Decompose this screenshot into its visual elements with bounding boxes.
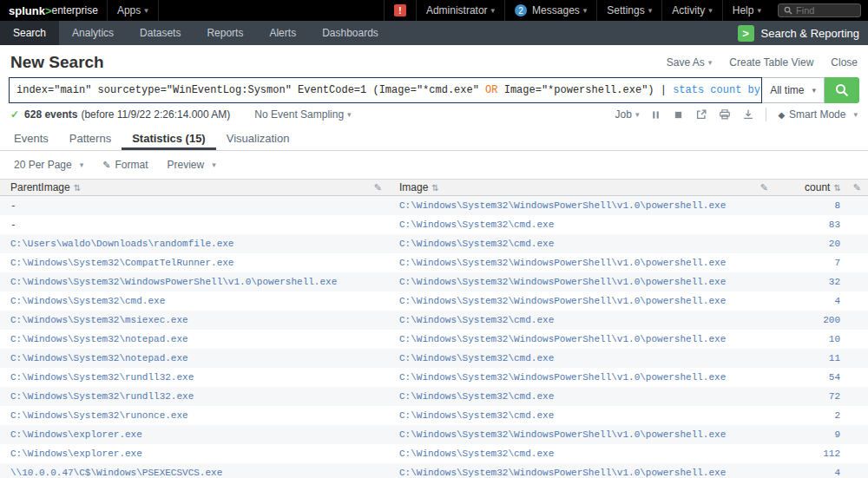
messages-menu[interactable]: 2 Messages ▾ xyxy=(504,0,596,21)
job-menu[interactable]: Job ▾ xyxy=(615,108,640,121)
cell-value-link[interactable]: C:\Users\waldo\Downloads\randomfile.exe xyxy=(10,239,233,249)
table-body: -C:\Windows\System32\WindowsPowerShell\v… xyxy=(0,196,868,478)
caret-down-icon: ▾ xyxy=(757,6,761,15)
cell-value-link[interactable]: C:\Windows\explorer.exe xyxy=(10,429,142,440)
nav-tab-datasets[interactable]: Datasets xyxy=(127,21,194,45)
column-header-parentimage[interactable]: ParentImage ⇅ ✎ xyxy=(0,180,389,195)
cell-value-link[interactable]: 4 xyxy=(834,468,840,478)
cell-value-link[interactable]: \\10.0.0.47\C$\Windows\PSEXECSVCS.exe xyxy=(10,468,222,478)
cell-value-link[interactable]: C:\Windows\System32\cmd.exe xyxy=(10,296,165,306)
cell-value-link[interactable]: C:\Windows\System32\WindowsPowerShell\v1… xyxy=(399,200,726,211)
nav-tab-reports[interactable]: Reports xyxy=(194,21,256,45)
cell-value-link[interactable]: C:\Windows\System32\rundll32.exe xyxy=(10,391,194,402)
tab-visualization[interactable]: Visualization xyxy=(216,126,300,150)
cell-value-link[interactable]: 54 xyxy=(829,372,840,383)
cell-value-link[interactable]: 4 xyxy=(834,296,840,306)
format-menu[interactable]: ✎ Format xyxy=(95,156,155,174)
activity-menu[interactable]: Activity ▾ xyxy=(661,0,722,21)
cell-value-link[interactable]: C:\Windows\System32\cmd.exe xyxy=(399,391,554,402)
cell-value-link[interactable]: C:\Windows\System32\CompatTelRunner.exe xyxy=(10,258,233,268)
create-table-view-button[interactable]: Create Table View xyxy=(729,56,813,69)
cell-value-link[interactable]: C:\Windows\System32\WindowsPowerShell\v1… xyxy=(399,468,726,478)
cell-value-link[interactable]: 2 xyxy=(834,410,840,421)
search-bar: index="main" sourcetype="WinEventLog:Sys… xyxy=(9,77,859,103)
settings-menu[interactable]: Settings ▾ xyxy=(596,0,661,21)
cell-value-link[interactable]: C:\Windows\explorer.exe xyxy=(10,449,142,459)
help-menu[interactable]: Help ▾ xyxy=(722,0,771,21)
cell-value-link[interactable]: C:\Windows\System32\WindowsPowerShell\v1… xyxy=(399,429,726,440)
edit-column-icon[interactable]: ✎ xyxy=(760,182,768,193)
cell-value-link[interactable]: 83 xyxy=(829,219,840,230)
column-header-image[interactable]: Image ⇅ ✎ xyxy=(389,180,775,195)
cell-value-link[interactable]: C:\Windows\System32\WindowsPowerShell\v1… xyxy=(399,258,726,268)
cell-value-link[interactable]: C:\Windows\System32\runonce.exe xyxy=(10,410,188,421)
search-button[interactable] xyxy=(825,77,859,103)
head-actions: Save As ▾ Create Table View Close xyxy=(667,56,858,69)
cell-parentimage: - xyxy=(0,200,389,211)
cell-value-link[interactable]: 11 xyxy=(829,353,840,363)
cell-value-link[interactable]: 20 xyxy=(829,239,840,249)
cell-value-link[interactable]: C:\Windows\System32\WindowsPowerShell\v1… xyxy=(399,277,726,287)
edit-column-icon[interactable]: ✎ xyxy=(853,182,861,193)
cell-value-link[interactable]: C:\Windows\System32\cmd.exe xyxy=(399,353,554,363)
nav-tab-search[interactable]: Search xyxy=(0,21,59,45)
event-sampling-menu[interactable]: No Event Sampling ▾ xyxy=(254,108,351,121)
tab-patterns[interactable]: Patterns xyxy=(59,126,122,150)
caret-down-icon: ▾ xyxy=(812,86,816,95)
cell-value-link[interactable]: 72 xyxy=(829,391,840,402)
cell-value-link[interactable]: C:\Windows\System32\cmd.exe xyxy=(399,219,554,230)
column-header-count[interactable]: count ⇅ ✎ xyxy=(775,180,868,195)
preview-menu[interactable]: Preview ▾ xyxy=(160,156,222,174)
export-button[interactable] xyxy=(742,108,754,121)
cell-value-link[interactable]: 8 xyxy=(834,200,840,211)
cell-value-link[interactable]: 32 xyxy=(829,277,840,287)
cell-value-link[interactable]: 200 xyxy=(823,315,840,325)
time-range-label: All time xyxy=(770,84,804,96)
print-button[interactable] xyxy=(719,108,731,121)
cell-value-link[interactable]: C:\Windows\System32\notepad.exe xyxy=(10,353,188,363)
nav-tab-analytics[interactable]: Analytics xyxy=(59,21,127,45)
cell-parentimage: C:\Windows\System32\WindowsPowerShell\v1… xyxy=(0,277,389,287)
cell-value-link[interactable]: C:\Windows\System32\cmd.exe xyxy=(399,410,554,421)
nav-tab-dashboards[interactable]: Dashboards xyxy=(309,21,391,45)
tab-events[interactable]: Events xyxy=(3,126,59,150)
cell-value-link[interactable]: C:\Windows\System32\cmd.exe xyxy=(399,239,554,249)
cell-count: 7 xyxy=(775,258,868,268)
search-query[interactable]: index="main" sourcetype="WinEventLog:Sys… xyxy=(9,77,762,103)
cell-value-link[interactable]: C:\Windows\System32\cmd.exe xyxy=(399,315,554,325)
cell-value-link[interactable]: C:\Windows\System32\msiexec.exe xyxy=(10,315,188,325)
cell-value-link[interactable]: 112 xyxy=(823,449,840,459)
license-warning-button[interactable]: ! xyxy=(384,0,416,21)
smart-mode-icon: ◆ xyxy=(778,110,785,120)
time-range-picker[interactable]: All time ▾ xyxy=(762,77,825,103)
cell-value-link[interactable]: C:\Windows\System32\WindowsPowerShell\v1… xyxy=(399,372,726,383)
save-as-button[interactable]: Save As ▾ xyxy=(667,56,713,69)
splunk-logo[interactable]: splunk>enterprise xyxy=(0,0,107,21)
nav-tab-alerts[interactable]: Alerts xyxy=(256,21,309,45)
cell-value-link[interactable]: 9 xyxy=(834,429,840,440)
current-app[interactable]: > Search & Reporting xyxy=(738,21,868,45)
cell-count: 112 xyxy=(775,449,868,459)
cell-value-link[interactable]: C:\Windows\System32\rundll32.exe xyxy=(10,372,194,383)
share-button[interactable] xyxy=(695,108,707,121)
cell-value-link[interactable]: C:\Windows\System32\cmd.exe xyxy=(399,449,554,459)
cell-value-link[interactable]: C:\Windows\System32\WindowsPowerShell\v1… xyxy=(399,296,726,306)
cell-value-link[interactable]: C:\Windows\System32\WindowsPowerShell\v1… xyxy=(10,277,337,287)
per-page-menu[interactable]: 20 Per Page ▾ xyxy=(7,156,90,174)
apps-menu[interactable]: Apps ▾ xyxy=(107,0,159,21)
cell-value-link[interactable]: C:\Windows\System32\notepad.exe xyxy=(10,334,188,344)
find-input[interactable] xyxy=(796,5,855,16)
caret-down-icon: ▾ xyxy=(347,110,352,119)
pause-button[interactable] xyxy=(650,109,661,121)
tab-statistics[interactable]: Statistics (15) xyxy=(122,126,216,150)
cell-value-link[interactable]: 10 xyxy=(829,334,840,344)
close-button[interactable]: Close xyxy=(831,56,858,69)
edit-column-icon[interactable]: ✎ xyxy=(374,182,382,193)
caret-down-icon: ▾ xyxy=(583,6,588,15)
cell-value-link[interactable]: C:\Windows\System32\WindowsPowerShell\v1… xyxy=(399,334,726,344)
nav-tab-label: Reports xyxy=(207,27,243,39)
administrator-menu[interactable]: Administrator ▾ xyxy=(416,0,504,21)
cell-value-link[interactable]: 7 xyxy=(834,258,840,268)
stop-button[interactable] xyxy=(673,109,684,121)
search-mode-menu[interactable]: ◆ Smart Mode ▾ xyxy=(778,108,858,121)
